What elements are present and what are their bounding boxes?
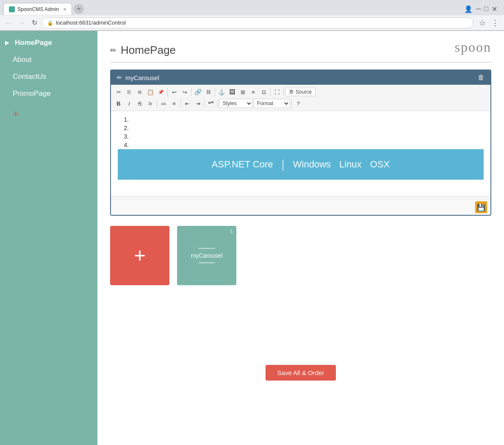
editor-resize-handle[interactable] <box>111 196 490 199</box>
copy-format-button[interactable]: ⧉ <box>135 87 145 97</box>
main-content: spoon ✏ HomePage ✏ myCarousel 🗑 ✂ ⎘ ⧉ <box>97 31 504 445</box>
sidebar-item-contactus[interactable]: ContactUs <box>0 68 97 85</box>
editor-header: ✏ myCarousel 🗑 <box>111 70 490 85</box>
block-line <box>265 262 282 263</box>
blockquote-button[interactable]: ❝❞ <box>206 98 216 108</box>
maximize-button[interactable]: ⛶ <box>272 87 282 97</box>
unordered-list-button[interactable]: ≡ <box>169 98 179 108</box>
browser-tab[interactable]: SpoonCMS Admin × <box>3 3 72 15</box>
page-title: HomePage <box>121 44 176 57</box>
table-button[interactable]: ⊞ <box>238 87 248 97</box>
editor-body[interactable]: ASP.NET Core | Windows Linux OSX <box>111 111 490 199</box>
source-button[interactable]: 🖹 Source <box>285 88 316 96</box>
new-tab-button[interactable]: + <box>74 4 84 14</box>
account-icon[interactable]: 👤 <box>464 5 473 13</box>
block-lines-top <box>198 248 215 249</box>
editor-title: myCarousel <box>125 74 159 81</box>
toolbar-sep-1 <box>167 88 168 96</box>
block-number-1: 1 <box>230 228 233 234</box>
block-label-pagetitle: pageTitle <box>328 252 352 259</box>
menu-button[interactable]: ⋮ <box>490 17 501 28</box>
toolbar-sep-9 <box>217 99 218 108</box>
nav-right: ☆ ⋮ <box>477 17 501 28</box>
toolbar-sep-2 <box>191 88 191 96</box>
nav-bar: ← → ↻ 🔒 localhost:6631/adminControl ☆ ⋮ <box>0 15 504 31</box>
remove-format-button[interactable]: Ix <box>145 98 155 108</box>
page-title-edit-icon[interactable]: ✏ <box>110 46 116 55</box>
image-button[interactable]: 🖼 <box>227 87 237 97</box>
toolbar-sep-10 <box>291 99 292 108</box>
paste-button[interactable]: 📋 <box>145 87 155 97</box>
list-item-3 <box>130 132 484 141</box>
sidebar-item-label: PromoPage <box>13 89 51 98</box>
link-button[interactable]: 🔗 <box>193 87 203 97</box>
bold-button[interactable]: B <box>114 98 124 108</box>
strikethrough-button[interactable]: S <box>135 98 145 108</box>
anchor-button[interactable]: ⚓ <box>216 87 227 97</box>
editor-title-icon: ✏ <box>117 74 122 81</box>
save-all-bar: Save All & Order <box>110 365 491 381</box>
format-dropdown[interactable]: Format Paragraph Heading 1 <box>253 99 290 108</box>
outdent-button[interactable]: ⇤ <box>182 98 192 108</box>
block-mycarousel[interactable]: 1 myCarousel <box>177 226 236 285</box>
save-all-button[interactable]: Save All & Order <box>266 365 336 381</box>
tab-close-button[interactable]: × <box>63 6 66 13</box>
unlink-button[interactable]: ⛓ <box>203 87 213 97</box>
toolbar-sep-4 <box>270 88 271 96</box>
block-bodycontent[interactable]: 4 bodyContent <box>110 295 169 355</box>
sidebar-item-label: About <box>13 56 31 64</box>
banner-linux-text: Linux <box>339 159 362 170</box>
styles-dropdown[interactable]: Styles Header 1 Header 2 <box>219 99 253 108</box>
cut-button[interactable]: ✂ <box>114 87 124 97</box>
editor-block: ✏ myCarousel 🗑 ✂ ⎘ ⧉ 📋 📌 ↩ ↪ 🔗 <box>110 70 491 216</box>
block-line <box>131 317 148 318</box>
redo-button[interactable]: ↪ <box>180 87 190 97</box>
blocks-grid: + 1 myCarousel 2 rows <box>110 226 491 285</box>
url-text: localhost:6631/adminControl <box>56 19 126 26</box>
banner-aspnet-text: ASP.NET Core <box>212 159 273 170</box>
horizontal-rule-button[interactable]: ≡ <box>248 87 258 97</box>
minimize-button[interactable]: ─ <box>476 5 481 13</box>
sidebar-item-about[interactable]: About <box>0 51 97 68</box>
undo-button[interactable]: ↩ <box>169 87 179 97</box>
page-title-area: ✏ HomePage <box>110 44 491 63</box>
editor-save-bar: 💾 <box>111 199 490 215</box>
sidebar-item-homepage[interactable]: HomePage <box>0 34 97 51</box>
indent-button[interactable]: ⇥ <box>193 98 203 108</box>
maximize-button[interactable]: □ <box>484 5 488 13</box>
block-rows[interactable]: 2 rows <box>244 226 303 285</box>
italic-button[interactable]: I <box>124 98 134 108</box>
refresh-button[interactable]: ↻ <box>29 17 40 28</box>
editor-scroll-area[interactable]: ASP.NET Core | Windows Linux OSX <box>111 111 490 196</box>
lock-icon: 🔒 <box>47 20 53 26</box>
block-lines-bottom <box>265 262 282 263</box>
help-button[interactable]: ? <box>293 98 303 108</box>
banner-separator: | <box>282 158 285 171</box>
blocks-grid-row2: 4 bodyContent <box>110 295 491 355</box>
back-button[interactable]: ← <box>3 17 14 28</box>
banner-windows-text: Windows <box>293 159 331 170</box>
sidebar-add-page-button[interactable]: + <box>0 104 97 124</box>
source-label: Source <box>296 89 312 95</box>
add-block-button[interactable]: + <box>110 226 169 285</box>
special-char-button[interactable]: Ω <box>259 87 269 97</box>
bookmark-button[interactable]: ☆ <box>477 17 488 28</box>
close-window-button[interactable]: ✕ <box>492 5 497 13</box>
editor-delete-button[interactable]: 🗑 <box>478 74 485 81</box>
toolbar-sep-3 <box>215 88 215 96</box>
add-block-icon: + <box>134 245 146 266</box>
block-label-rows: rows <box>267 252 280 259</box>
paste-text-button[interactable]: 📌 <box>156 87 166 97</box>
ordered-list-button[interactable]: ≔ <box>158 98 169 108</box>
copy-button[interactable]: ⎘ <box>124 87 134 97</box>
toolbar-sep-5 <box>283 88 284 96</box>
tab-favicon <box>9 6 15 12</box>
sidebar-item-promopage[interactable]: PromoPage <box>0 85 97 102</box>
block-pagetitle[interactable]: 3 pageTitle <box>311 226 370 285</box>
editor-toolbar: ✂ ⎘ ⧉ 📋 📌 ↩ ↪ 🔗 ⛓ ⚓ 🖼 ⊞ ≡ Ω <box>111 85 490 111</box>
sidebar-item-label: ContactUs <box>13 72 46 81</box>
forward-button[interactable]: → <box>16 17 27 28</box>
editor-save-button[interactable]: 💾 <box>475 201 487 213</box>
address-bar[interactable]: 🔒 localhost:6631/adminControl <box>42 17 474 28</box>
list-item-4 <box>130 141 484 149</box>
